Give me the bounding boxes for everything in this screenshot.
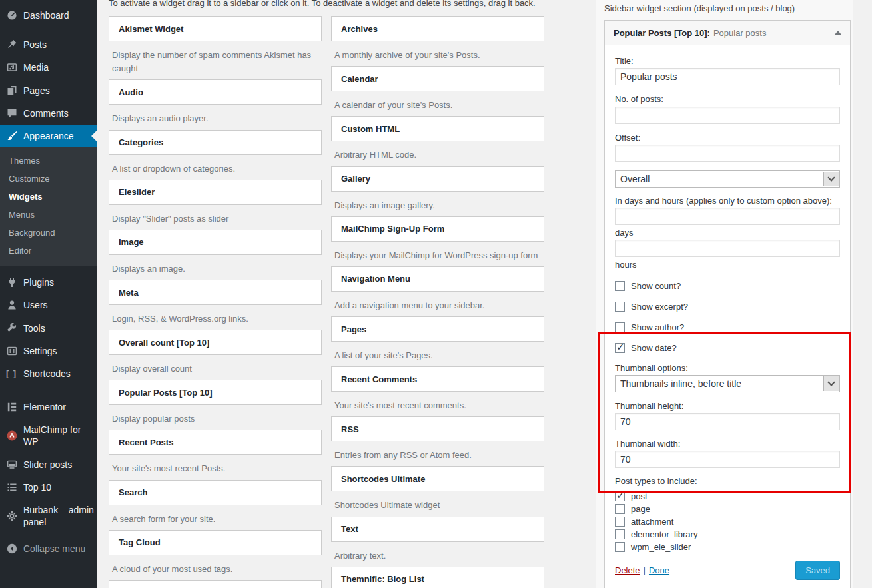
widget-description: A calendar of your site's Posts.: [334, 99, 544, 112]
days-input[interactable]: [615, 208, 840, 225]
post-type-attachment-checkbox[interactable]: [615, 517, 625, 527]
submenu-item-themes[interactable]: Themes: [0, 152, 97, 170]
post-type-attachment: attachment: [615, 517, 840, 527]
sidebar-item-label: Media: [23, 61, 49, 73]
delete-link[interactable]: Delete: [615, 565, 640, 575]
sidebar-item-dashboard[interactable]: Dashboard: [0, 4, 97, 27]
post-type-wpm-ele-slider-checkbox[interactable]: [615, 542, 625, 552]
sidebar-item-burbank-admin-panel[interactable]: Burbank – admin panel: [0, 499, 97, 533]
widget-title-box[interactable]: Pages: [331, 316, 544, 342]
offset-input[interactable]: [615, 145, 840, 162]
submenu-item-widgets[interactable]: Widgets: [0, 188, 97, 206]
show-excerpt-option: Show excerpt?: [615, 301, 840, 312]
widget-title-box[interactable]: Gallery: [331, 166, 544, 192]
widget-title-box[interactable]: Navigation Menu: [331, 266, 544, 292]
widget-title-box[interactable]: Themnific: Blog List: [331, 567, 544, 588]
done-link[interactable]: Done: [649, 565, 669, 575]
widget-title-box[interactable]: Meta: [109, 280, 322, 305]
widget-card: Shortcodes Ultimate Shortcodes Ultimate …: [331, 466, 544, 512]
widget-title-box[interactable]: Eleslider: [109, 180, 322, 205]
widget-form-title: Popular Posts [Top 10]:: [614, 28, 710, 38]
widget-title: Meta: [119, 288, 139, 298]
sidebar-item-shortcodes[interactable]: [ ] Shortcodes: [0, 362, 97, 385]
widget-title-box[interactable]: RSS: [331, 416, 544, 441]
widget-title-box[interactable]: Audio: [109, 79, 322, 105]
thumbnail-options-select[interactable]: Thumbnails inline, before title: [615, 375, 840, 392]
widget-title-box[interactable]: Image: [109, 230, 322, 255]
sidebar-item-plugins[interactable]: Plugins: [0, 271, 97, 294]
sidebar-item-settings[interactable]: Settings: [0, 340, 97, 362]
thumbnail-options-label: Thumbnail options:: [615, 363, 840, 374]
widget-title-box[interactable]: MailChimp Sign-Up Form: [331, 216, 544, 242]
submenu-item-background[interactable]: Background: [0, 224, 97, 242]
widget-description: Display "Slider" posts as slider: [112, 212, 322, 226]
widget-title: Recent Posts: [119, 438, 173, 447]
widget-title-box[interactable]: Text: [331, 517, 544, 542]
sidebar-item-mailchimp[interactable]: MailChimp for WP: [0, 418, 97, 453]
widget-title: Categories: [119, 137, 163, 147]
sidebar-item-tools[interactable]: Tools: [0, 317, 97, 340]
submenu-item-menus[interactable]: Menus: [0, 206, 97, 224]
thumbnail-width-input[interactable]: [615, 451, 840, 468]
widget-title-box[interactable]: Search: [109, 480, 322, 505]
sidebar-item-users[interactable]: Users: [0, 294, 97, 316]
hours-input[interactable]: [615, 240, 840, 257]
post-type-page-checkbox[interactable]: [615, 504, 625, 514]
widget-title-box[interactable]: Custom HTML: [331, 116, 544, 141]
menu-separator: [0, 385, 97, 396]
sidebar-item-label: Burbank – admin panel: [23, 504, 94, 528]
chevron-down-icon: [827, 379, 835, 386]
submenu-item-editor[interactable]: Editor: [0, 242, 97, 260]
title-field-label: Title:: [615, 56, 840, 67]
show-count-checkbox[interactable]: [615, 281, 625, 291]
sidebar-item-comments[interactable]: Comments: [0, 102, 97, 125]
show-author-checkbox[interactable]: [615, 322, 625, 332]
widget-title-box[interactable]: Overall count [Top 10]: [109, 330, 322, 355]
saved-button[interactable]: Saved: [795, 561, 840, 580]
thumbnail-height-input[interactable]: [615, 413, 840, 430]
widget-title-box[interactable]: Recent Comments: [331, 366, 544, 392]
count-period-select[interactable]: Overall: [615, 170, 840, 188]
widget-title-box[interactable]: Categories: [109, 130, 322, 155]
no-of-posts-input[interactable]: [615, 107, 840, 124]
widget-card: Meta Login, RSS, & WordPress.org links.: [109, 280, 322, 326]
settings-icon: [6, 345, 17, 356]
widget-title-box[interactable]: Archives: [331, 16, 544, 41]
select-dropdown-button[interactable]: [823, 376, 839, 391]
widget-title-box[interactable]: Recent Posts: [109, 430, 322, 455]
show-excerpt-checkbox[interactable]: [615, 302, 625, 312]
post-type-elementor-library-checkbox[interactable]: [615, 529, 625, 539]
widget-description: Add a navigation menu to your sidebar.: [334, 299, 544, 312]
widget-description: Arbitrary HTML code.: [334, 148, 544, 162]
post-type-post-checkbox[interactable]: [615, 491, 625, 501]
widget-title-box[interactable]: Shortcodes Ultimate: [331, 466, 544, 491]
sidebar-item-media[interactable]: Media: [0, 56, 97, 79]
select-dropdown-button[interactable]: [823, 172, 839, 186]
sidebar-item-elementor[interactable]: Elementor: [0, 396, 97, 418]
widget-title-box[interactable]: Themnific: Ads 300px/Free: [109, 580, 322, 588]
sidebar-item-appearance[interactable]: Appearance: [0, 125, 97, 147]
footer-separator: |: [644, 565, 646, 575]
widgets-admin-page: Dashboard Posts Media Pages: [0, 0, 872, 588]
widget-title-box[interactable]: Popular Posts [Top 10]: [109, 380, 322, 405]
widget-title-box[interactable]: Akismet Widget: [109, 16, 322, 41]
collapse-menu-button[interactable]: Collapse menu: [0, 537, 97, 560]
dashboard-icon: [6, 10, 17, 21]
sidebar-item-pages[interactable]: Pages: [0, 79, 97, 102]
widget-form-header[interactable]: Popular Posts [Top 10]: Popular posts: [605, 21, 850, 45]
widget-title-box[interactable]: Calendar: [331, 66, 544, 91]
widget-title-box[interactable]: Tag Cloud: [109, 530, 322, 555]
widget-form-body: Title: No. of posts: Offset: Overall In …: [605, 45, 850, 588]
post-type-post-label: post: [631, 491, 648, 501]
sidebar-item-top-10[interactable]: Top 10: [0, 476, 97, 499]
collapse-up-icon[interactable]: [835, 31, 841, 35]
sidebar-item-label: Comments: [23, 107, 69, 119]
sidebar-item-slider-posts[interactable]: Slider posts: [0, 453, 97, 476]
submenu-item-customize[interactable]: Customize: [0, 170, 97, 188]
show-date-checkbox[interactable]: [615, 343, 625, 353]
post-type-elementor-library: elementor_library: [615, 529, 840, 539]
title-input[interactable]: [615, 68, 840, 85]
sidebar-item-posts[interactable]: Posts: [0, 33, 97, 56]
gear-icon: [6, 511, 17, 522]
days-hours-label: In days and hours (applies only to custo…: [615, 196, 840, 206]
